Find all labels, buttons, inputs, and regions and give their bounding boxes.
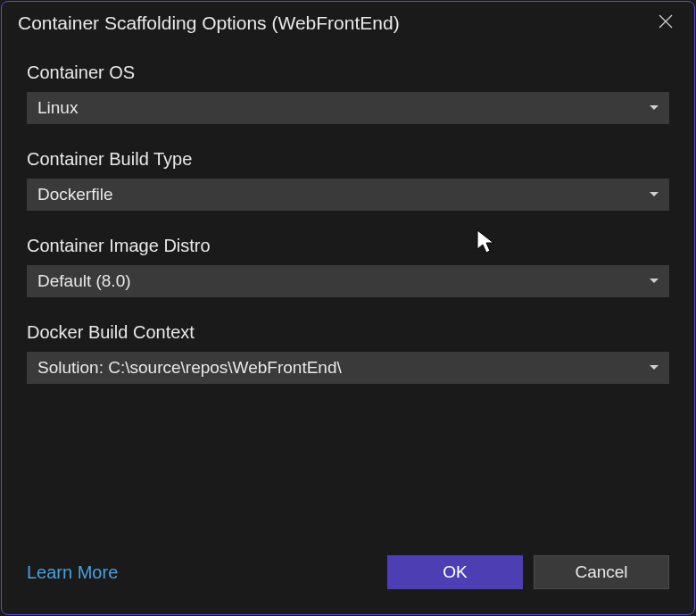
container-build-type-value: Dockerfile xyxy=(37,185,112,204)
cancel-button[interactable]: Cancel xyxy=(534,555,669,589)
learn-more-link[interactable]: Learn More xyxy=(27,562,118,583)
container-image-distro-label: Container Image Distro xyxy=(27,236,669,256)
chevron-down-icon xyxy=(650,279,659,284)
field-container-build-type: Container Build Type Dockerfile xyxy=(27,149,669,211)
titlebar: Container Scaffolding Options (WebFrontE… xyxy=(2,2,694,43)
dialog-footer: Learn More OK Cancel xyxy=(2,555,694,614)
docker-build-context-dropdown[interactable]: Solution: C:\source\repos\WebFrontEnd\ xyxy=(27,352,669,384)
chevron-down-icon xyxy=(650,365,659,370)
container-os-value: Linux xyxy=(37,98,78,118)
container-os-dropdown[interactable]: Linux xyxy=(27,92,669,124)
close-icon xyxy=(658,13,674,33)
field-docker-build-context: Docker Build Context Solution: C:\source… xyxy=(27,322,669,384)
field-container-image-distro: Container Image Distro Default (8.0) xyxy=(27,236,669,297)
docker-build-context-value: Solution: C:\source\repos\WebFrontEnd\ xyxy=(37,358,342,378)
container-os-label: Container OS xyxy=(27,62,669,83)
chevron-down-icon xyxy=(650,192,659,197)
ok-button[interactable]: OK xyxy=(387,555,523,589)
dialog-title: Container Scaffolding Options (WebFrontE… xyxy=(18,12,400,34)
container-image-distro-dropdown[interactable]: Default (8.0) xyxy=(27,265,669,297)
close-button[interactable] xyxy=(653,11,678,36)
field-container-os: Container OS Linux xyxy=(27,62,669,124)
dialog-content: Container OS Linux Container Build Type … xyxy=(2,43,694,555)
button-row: OK Cancel xyxy=(387,555,669,589)
docker-build-context-label: Docker Build Context xyxy=(27,322,669,343)
container-image-distro-value: Default (8.0) xyxy=(37,271,131,291)
chevron-down-icon xyxy=(650,105,659,111)
container-build-type-label: Container Build Type xyxy=(27,149,669,170)
dialog-container: Container Scaffolding Options (WebFrontE… xyxy=(1,1,695,615)
container-build-type-dropdown[interactable]: Dockerfile xyxy=(27,179,669,211)
